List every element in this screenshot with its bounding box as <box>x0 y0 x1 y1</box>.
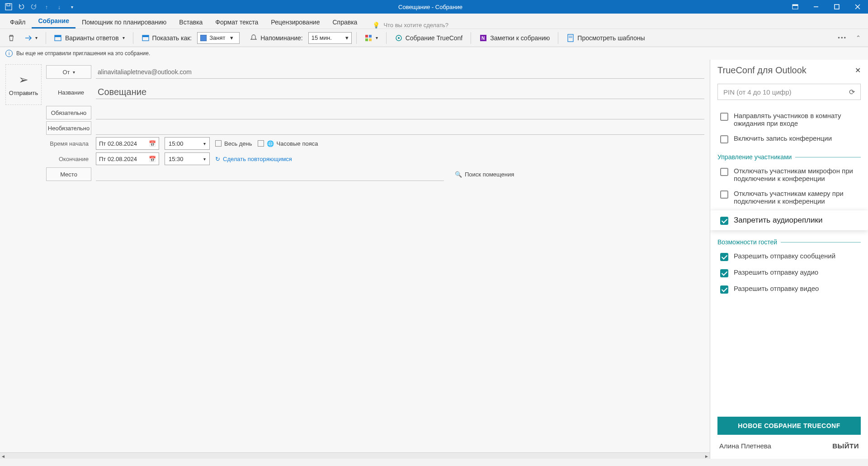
option-mute-mic[interactable]: Отключать участникам микрофон при подклю… <box>717 163 861 186</box>
option-record-label: Включить запись конференции <box>734 134 832 142</box>
panel-close-icon[interactable]: ✕ <box>855 66 861 75</box>
minimize-icon[interactable] <box>806 0 826 14</box>
down-arrow-icon[interactable]: ↓ <box>55 3 63 11</box>
categories-button[interactable]: ▾ <box>361 32 382 44</box>
building-search-icon: 🔍 <box>455 171 462 178</box>
categories-icon <box>365 34 373 42</box>
tab-insert[interactable]: Вставка <box>173 15 209 29</box>
svg-rect-11 <box>142 35 149 37</box>
all-day-label: Весь день <box>224 140 252 147</box>
new-trueconf-meeting-button[interactable]: НОВОЕ СОБРАНИЕ TRUECONF <box>717 417 861 435</box>
option-block-audio-label: Запретить аудиореплики <box>734 216 822 225</box>
end-date-picker[interactable]: Пт 02.08.2024📅 <box>96 152 159 165</box>
location-button[interactable]: Место <box>46 167 91 181</box>
start-time-value: 15:00 <box>169 140 184 147</box>
name-label: Название <box>46 86 91 99</box>
up-arrow-icon[interactable]: ↑ <box>42 3 51 11</box>
tab-meeting[interactable]: Собрание <box>32 14 75 29</box>
send-button[interactable]: ➢ Отправить <box>5 64 42 105</box>
onenote-icon: N <box>479 34 487 42</box>
trueconf-panel-title: TrueConf для Outlook <box>717 65 807 76</box>
scroll-right-icon[interactable]: ► <box>703 453 710 459</box>
all-day-checkbox[interactable]: Весь день <box>215 140 252 147</box>
option-guest-video-label: Разрешить отправку видео <box>734 285 819 292</box>
pin-input[interactable]: PIN (от 4 до 10 цифр) ⟳ <box>717 84 861 100</box>
tab-review[interactable]: Рецензирование <box>264 15 326 29</box>
start-date-picker[interactable]: Пт 02.08.2024📅 <box>96 137 159 150</box>
trueconf-meeting-button[interactable]: Собрание TrueConf <box>391 32 467 44</box>
response-options-button[interactable]: Варианты ответов▾ <box>51 32 128 44</box>
template-icon <box>566 34 575 42</box>
chevron-down-icon: ▾ <box>203 157 206 162</box>
option-guest-audio[interactable]: Разрешить отправку аудио <box>717 265 861 281</box>
option-mute-cam[interactable]: Отключать участникам камеру при подключе… <box>717 186 861 209</box>
svg-rect-14 <box>365 38 368 41</box>
view-templates-label: Просмотреть шаблоны <box>577 34 645 42</box>
send-arrow-icon: ➢ <box>19 73 28 87</box>
reminder-label: Напоминание: <box>260 34 302 42</box>
close-icon[interactable] <box>847 0 868 14</box>
meeting-form: ➢ Отправить От▾ Название Обязательно Нео… <box>0 60 710 459</box>
option-record[interactable]: Включить запись конференции <box>717 131 861 147</box>
option-guest-video[interactable]: Разрешить отправку видео <box>717 281 861 297</box>
svg-rect-1 <box>7 4 10 6</box>
subject-field[interactable] <box>96 86 704 99</box>
from-label: От <box>62 69 70 76</box>
redo-icon[interactable] <box>30 3 38 11</box>
reminder-selector[interactable]: 15 мин.▾ <box>308 32 352 44</box>
refresh-icon[interactable]: ⟳ <box>849 88 855 96</box>
optional-field[interactable] <box>96 121 704 135</box>
delete-button[interactable] <box>4 32 19 44</box>
optional-button[interactable]: Необязательно <box>46 121 91 135</box>
info-text: Вы еще не отправили приглашения на это с… <box>16 50 150 57</box>
trueconf-meeting-label: Собрание TrueConf <box>406 34 463 42</box>
required-button[interactable]: Обязательно <box>46 106 91 119</box>
chevron-down-icon: ▾ <box>203 141 206 146</box>
tab-help[interactable]: Справка <box>326 15 363 29</box>
ribbon-display-icon[interactable] <box>785 0 806 14</box>
title-bar: ↑ ↓ ▾ Совещание - Собрание <box>0 0 868 14</box>
option-guest-messages[interactable]: Разрешить отправку сообщений <box>717 248 861 265</box>
tab-format[interactable]: Формат текста <box>209 15 264 29</box>
qat-customize-icon[interactable]: ▾ <box>68 3 76 11</box>
option-waiting-room-label: Направлять участников в комнату ожидания… <box>734 112 858 127</box>
horizontal-scrollbar[interactable]: ◄ ► <box>0 452 710 459</box>
chevron-down-icon: ▾ <box>73 70 75 75</box>
from-field[interactable] <box>96 65 704 79</box>
save-icon[interactable] <box>5 3 13 11</box>
option-block-audio-highlighted[interactable]: Запретить аудиореплики <box>710 210 868 230</box>
send-label: Отправить <box>9 90 38 96</box>
required-field[interactable] <box>96 106 704 119</box>
find-room-button[interactable]: 🔍Поиск помещения <box>455 171 514 178</box>
location-field[interactable] <box>96 167 444 181</box>
tell-me-search[interactable]: 💡 Что вы хотите сделать? <box>373 22 448 29</box>
tab-file[interactable]: Файл <box>4 15 32 29</box>
maximize-icon[interactable] <box>826 0 847 14</box>
meeting-notes-button[interactable]: NЗаметки к собранию <box>476 32 553 44</box>
trueconf-icon <box>395 34 403 42</box>
timezones-checkbox[interactable]: 🌐Часовые пояса <box>258 140 318 147</box>
tab-planning-assistant[interactable]: Помощник по планированию <box>75 15 173 29</box>
view-templates-button[interactable]: Просмотреть шаблоны <box>563 32 648 44</box>
chevron-down-icon: ▾ <box>230 34 233 41</box>
status-icon <box>142 34 150 42</box>
svg-rect-20 <box>568 34 573 42</box>
undo-icon[interactable] <box>17 3 25 11</box>
from-button[interactable]: От▾ <box>46 65 91 79</box>
svg-rect-0 <box>5 4 12 10</box>
logout-button[interactable]: ВЫЙТИ <box>832 442 859 450</box>
show-as-selector[interactable]: Занят▾ <box>197 32 240 44</box>
option-guest-audio-label: Разрешить отправку аудио <box>734 268 818 276</box>
more-commands-icon[interactable]: ••• <box>838 34 847 41</box>
start-time-picker[interactable]: 15:00▾ <box>165 137 210 150</box>
scroll-left-icon[interactable]: ◄ <box>0 453 6 459</box>
collapse-ribbon-icon[interactable]: ⌃ <box>856 34 861 41</box>
svg-rect-12 <box>365 35 368 38</box>
make-recurring-link[interactable]: ↻Сделать повторяющимся <box>215 156 292 162</box>
end-time-value: 15:30 <box>169 156 184 162</box>
option-waiting-room[interactable]: Направлять участников в комнату ожидания… <box>717 108 861 131</box>
end-time-picker[interactable]: 15:30▾ <box>165 152 210 165</box>
forward-button[interactable]: ▾ <box>21 32 41 44</box>
calendar-icon: 📅 <box>149 140 156 147</box>
lightbulb-icon: 💡 <box>373 22 380 29</box>
